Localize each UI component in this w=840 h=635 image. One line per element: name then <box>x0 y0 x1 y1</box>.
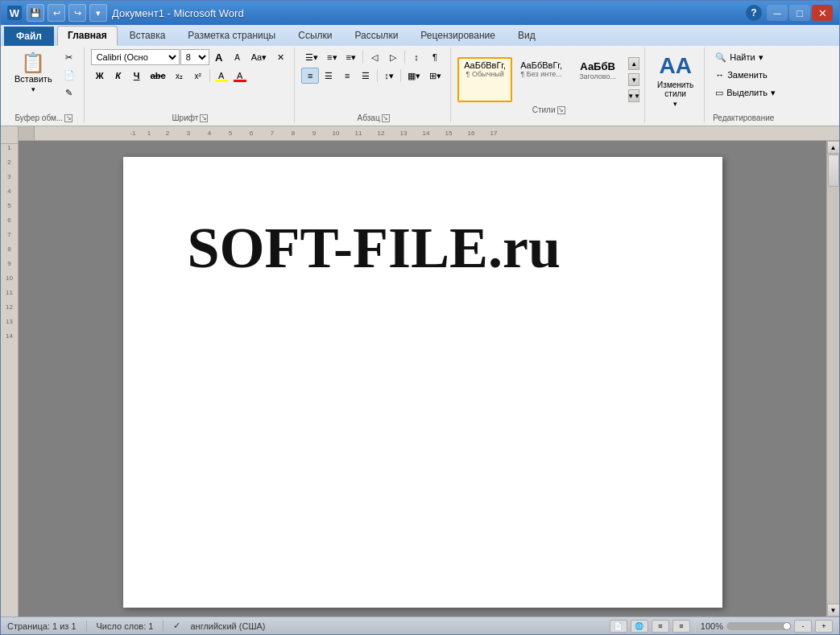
bold-button[interactable]: Ж <box>91 68 109 84</box>
view-web-button[interactable]: 🌐 <box>631 620 648 633</box>
numbering-button[interactable]: ≡▾ <box>323 49 341 65</box>
font-color-button[interactable]: A <box>231 68 249 84</box>
subscript-button[interactable]: x₂ <box>171 68 188 84</box>
font-expand-icon[interactable]: ↘ <box>200 114 208 122</box>
clipboard-expand-icon[interactable]: ↘ <box>64 114 72 122</box>
styles-expand-icon[interactable]: ↘ <box>557 106 565 114</box>
document-page: SOFT-FILE.ru <box>123 157 722 608</box>
strikethrough-button[interactable]: abc <box>147 68 170 84</box>
style-heading1[interactable]: АаБбВ Заголово... <box>570 57 625 102</box>
ruler-mark-4: 4 <box>199 130 220 137</box>
page-area[interactable]: SOFT-FILE.ru <box>19 141 826 616</box>
zoom-level: 100% <box>701 621 723 631</box>
close-button[interactable]: ✕ <box>812 5 833 21</box>
sort-button[interactable]: ↕ <box>408 49 425 65</box>
bullets-button[interactable]: ☰▾ <box>301 49 322 65</box>
maximize-button[interactable]: □ <box>789 5 810 21</box>
line-spacing-button[interactable]: ↕▾ <box>380 68 398 84</box>
scroll-down-button[interactable]: ▼ <box>827 604 840 616</box>
zoom-out-button[interactable]: - <box>794 620 812 633</box>
shading-button[interactable]: ▦▾ <box>403 68 424 84</box>
format-painter-button[interactable]: ✎ <box>60 85 79 101</box>
replace-button[interactable]: ↔ Заменить <box>711 67 776 83</box>
styles-scroll-down[interactable]: ▼ <box>628 73 639 86</box>
change-styles-dropdown[interactable]: ▾ <box>673 100 677 108</box>
view-print-button[interactable]: 📄 <box>610 620 627 633</box>
superscript-button[interactable]: x² <box>189 68 207 84</box>
tab-references[interactable]: Ссылки <box>288 26 342 46</box>
para-sep2 <box>404 51 405 64</box>
qs-dropdown-btn[interactable]: ▾ <box>89 4 107 22</box>
zoom-slider[interactable] <box>726 622 791 630</box>
change-styles-label: Изменитьстили <box>657 80 693 98</box>
ruler-mark-8: 8 <box>283 130 304 137</box>
align-center-button[interactable]: ☰ <box>320 68 337 84</box>
ribbon-toolbar: 📋 Вставить ▾ ✂ 📄 ✎ Буфер обм... ↘ <box>1 46 839 126</box>
ribbon-tabs: Файл Главная Вставка Разметка страницы С… <box>1 25 839 46</box>
italic-button[interactable]: К <box>110 68 127 84</box>
ruler-mark-11: 11 <box>347 130 370 137</box>
paragraph-expand-icon[interactable]: ↘ <box>382 114 390 122</box>
help-button[interactable]: ? <box>746 5 762 21</box>
tab-page-layout[interactable]: Разметка страницы <box>177 26 286 46</box>
align-right-button[interactable]: ≡ <box>338 68 356 84</box>
view-draft-button[interactable]: ≡ <box>672 620 690 633</box>
save-quick-btn[interactable]: 💾 <box>27 4 44 22</box>
document-content[interactable]: SOFT-FILE.ru <box>123 157 722 340</box>
tab-review[interactable]: Рецензирование <box>410 26 506 46</box>
grow-font-button[interactable]: A <box>210 49 228 65</box>
tab-insert[interactable]: Вставка <box>119 26 176 46</box>
paragraph-label: Абзац ↘ <box>301 113 445 122</box>
text-highlight-button[interactable]: A <box>213 68 230 84</box>
zoom-thumb[interactable] <box>783 622 791 630</box>
ruler-mark-7: 7 <box>262 130 283 137</box>
decrease-indent-button[interactable]: ◁ <box>366 49 383 65</box>
undo-quick-btn[interactable]: ↩ <box>48 4 65 22</box>
cut-button[interactable]: ✂ <box>60 49 79 65</box>
underline-button[interactable]: Ч <box>128 68 146 84</box>
scroll-thumb[interactable] <box>828 155 839 187</box>
editing-label: Редактирование <box>711 113 776 122</box>
copy-button[interactable]: 📄 <box>60 67 79 83</box>
paste-button[interactable]: 📋 Вставить ▾ <box>9 49 58 97</box>
find-button[interactable]: 🔍 Найти ▾ <box>711 49 776 65</box>
font-size-select[interactable]: 8 <box>180 49 209 65</box>
paste-dropdown[interactable]: ▾ <box>31 85 35 93</box>
paste-icon: 📋 <box>21 53 45 72</box>
zoom-in-button[interactable]: + <box>815 620 833 633</box>
window-controls: ─ □ ✕ <box>767 5 833 21</box>
change-case-button[interactable]: Aa▾ <box>247 49 271 65</box>
main-window: W 💾 ↩ ↪ ▾ Документ1 - Microsoft Word ? ─… <box>0 0 840 635</box>
view-outline-button[interactable]: ≡ <box>652 620 669 633</box>
styles-expand[interactable]: ▼▼ <box>628 89 639 102</box>
show-marks-button[interactable]: ¶ <box>426 49 444 65</box>
styles-scroll-up[interactable]: ▲ <box>628 57 639 70</box>
scroll-track[interactable] <box>827 154 839 604</box>
clipboard-label: Буфер обм... ↘ <box>9 113 79 122</box>
change-styles-button[interactable]: AA Изменитьстили ▾ <box>652 49 699 112</box>
multilevel-button[interactable]: ≡▾ <box>342 49 360 65</box>
styles-scroll: ▲ ▼ ▼▼ <box>628 57 639 102</box>
ruler-mark-2: 2 <box>157 130 178 137</box>
tab-home[interactable]: Главная <box>57 26 118 46</box>
redo-quick-btn[interactable]: ↪ <box>68 4 86 22</box>
style-normal[interactable]: АаБбВвГг, ¶ Обычный <box>457 57 512 102</box>
shrink-font-button[interactable]: A <box>229 49 246 65</box>
ruler-top: -1 1 2 3 4 5 6 7 8 9 10 11 12 13 14 15 1 <box>19 126 839 141</box>
select-button[interactable]: ▭ Выделить ▾ <box>711 85 776 101</box>
align-left-button[interactable]: ≡ <box>301 68 319 84</box>
font-name-select[interactable]: Calibri (Осно <box>91 49 180 65</box>
justify-button[interactable]: ☰ <box>357 68 374 84</box>
tab-file[interactable]: Файл <box>4 27 54 46</box>
style-no-spacing[interactable]: АаБбВвГг, ¶ Без инте... <box>514 57 569 102</box>
increase-indent-button[interactable]: ▷ <box>384 49 402 65</box>
ruler-mark-3: 3 <box>178 130 199 137</box>
scrollbar-right: ▲ ▼ <box>826 141 839 616</box>
tab-mailings[interactable]: Рассылки <box>344 26 408 46</box>
tab-view[interactable]: Вид <box>507 26 546 46</box>
scroll-up-button[interactable]: ▲ <box>827 141 840 154</box>
minimize-button[interactable]: ─ <box>767 5 788 21</box>
clear-format-button[interactable]: ✕ <box>271 49 289 65</box>
font-row1: Calibri (Осно 8 A A Aa▾ ✕ <box>91 49 289 65</box>
borders-button[interactable]: ⊞▾ <box>425 68 445 84</box>
